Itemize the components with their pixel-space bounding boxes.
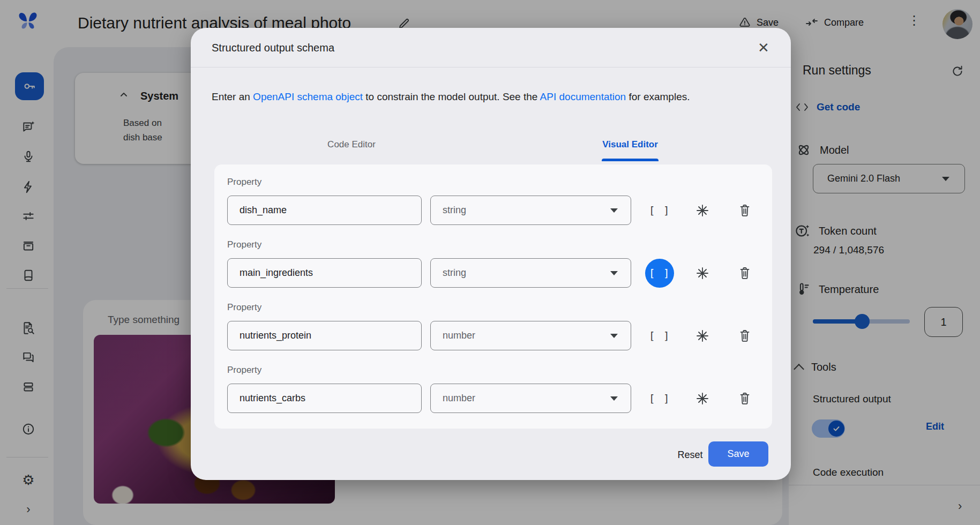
tab-visual-editor[interactable]: Visual Editor — [571, 139, 689, 150]
property-controls: string [ ] — [227, 196, 759, 225]
property-type-dropdown[interactable]: string — [430, 196, 632, 225]
dialog-title: Structured output schema — [212, 42, 334, 54]
dialog-description: Enter an OpenAPI schema object to constr… — [212, 91, 690, 103]
property-type-dropdown[interactable]: string — [430, 258, 632, 288]
property-row: Property number [ ] — [227, 363, 759, 413]
close-icon[interactable]: ✕ — [755, 40, 772, 56]
chevron-down-icon — [610, 396, 618, 401]
array-toggle-button[interactable]: [ ] — [645, 321, 674, 350]
property-type-value: number — [443, 393, 475, 404]
chevron-down-icon — [610, 334, 618, 338]
description-text: for examples. — [626, 91, 690, 102]
property-label: Property — [227, 238, 759, 252]
asterisk-icon — [695, 266, 710, 281]
editor-tabs: Code Editor Visual Editor — [191, 135, 791, 164]
asterisk-icon — [695, 391, 710, 406]
property-controls: string [ ] — [227, 258, 759, 288]
chevron-down-icon — [610, 208, 618, 213]
dialog-save-button[interactable]: Save — [708, 441, 768, 467]
array-toggle-button[interactable]: [ ] — [645, 196, 674, 225]
active-tab-underline — [602, 159, 659, 161]
property-label: Property — [227, 301, 759, 314]
required-toggle-button[interactable] — [688, 259, 717, 288]
property-label: Property — [227, 363, 759, 377]
property-label: Property — [227, 175, 759, 189]
ai-studio-app: Dietary nutrient analysis of meal photo … — [0, 0, 980, 525]
property-type-value: number — [443, 330, 475, 341]
property-row: Property number [ ] — [227, 301, 759, 350]
delete-property-button[interactable] — [731, 321, 760, 350]
trash-icon — [738, 204, 751, 218]
api-documentation-link[interactable]: API documentation — [540, 91, 626, 102]
required-toggle-button[interactable] — [688, 321, 717, 350]
properties-list: Property string [ ] — [214, 164, 772, 429]
property-type-dropdown[interactable]: number — [430, 321, 632, 350]
trash-icon — [738, 266, 751, 280]
required-toggle-button[interactable] — [688, 384, 717, 413]
asterisk-icon — [695, 203, 710, 218]
array-toggle-button[interactable]: [ ] — [645, 384, 674, 413]
structured-output-schema-dialog: Structured output schema ✕ Enter an Open… — [191, 28, 791, 480]
description-text: Enter an — [212, 91, 253, 102]
asterisk-icon — [695, 328, 710, 343]
property-type-value: string — [443, 205, 466, 216]
reset-button[interactable]: Reset — [669, 444, 712, 466]
dialog-header: Structured output schema ✕ — [191, 28, 791, 68]
property-controls: number [ ] — [227, 384, 759, 413]
property-type-value: string — [443, 267, 466, 279]
property-row: Property string [ ] — [227, 175, 759, 225]
chevron-down-icon — [610, 271, 618, 275]
openapi-schema-link[interactable]: OpenAPI schema object — [253, 91, 363, 102]
property-type-dropdown[interactable]: number — [430, 384, 632, 413]
description-text: to constrain the model output. See the — [363, 91, 540, 102]
dialog-footer: Reset Save — [191, 429, 791, 480]
delete-property-button[interactable] — [731, 196, 760, 225]
array-toggle-button[interactable]: [ ] — [645, 259, 674, 288]
required-toggle-button[interactable] — [688, 196, 717, 225]
tab-code-editor[interactable]: Code Editor — [298, 139, 405, 150]
delete-property-button[interactable] — [731, 384, 760, 413]
property-controls: number [ ] — [227, 321, 759, 350]
property-name-input[interactable] — [227, 196, 422, 225]
property-name-input[interactable] — [227, 384, 422, 413]
property-name-input[interactable] — [227, 258, 422, 288]
property-name-input[interactable] — [227, 321, 422, 350]
delete-property-button[interactable] — [731, 259, 760, 288]
trash-icon — [738, 329, 751, 343]
property-row: Property string [ ] — [227, 238, 759, 288]
trash-icon — [738, 392, 751, 406]
